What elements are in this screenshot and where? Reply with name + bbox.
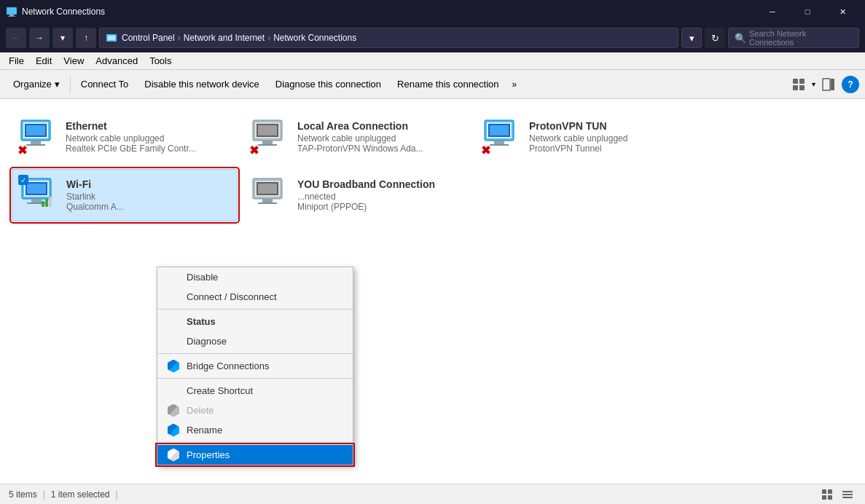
minimize-button[interactable]: ─ xyxy=(756,0,789,23)
network-item-local-area[interactable]: ✖ Local Area Connection Network cable un… xyxy=(243,111,469,163)
refresh-button[interactable]: ↻ xyxy=(705,28,725,48)
ctx-delete-label: Delete xyxy=(187,405,214,416)
protonvpn-icon-container: ✖ xyxy=(481,117,522,157)
up-button[interactable]: ↑ xyxy=(76,28,96,48)
svg-rect-31 xyxy=(31,199,42,202)
svg-rect-4 xyxy=(108,36,115,40)
ctx-separator-2 xyxy=(157,353,353,354)
path-part2: Network and Internet xyxy=(184,33,265,43)
ctx-delete: Delete xyxy=(157,401,353,420)
local-area-info: Local Area Connection Network cable unpl… xyxy=(297,120,463,154)
protonvpn-desc1: Network cable unplugged xyxy=(529,133,695,143)
forward-button[interactable]: → xyxy=(29,28,50,48)
ctx-status[interactable]: Status xyxy=(157,312,353,331)
local-area-name: Local Area Connection xyxy=(297,120,463,132)
address-dropdown[interactable]: ▾ xyxy=(681,28,702,48)
pane-button[interactable] xyxy=(818,74,839,95)
ethernet-icon-container: ✖ xyxy=(17,117,58,157)
ctx-properties[interactable]: Properties xyxy=(157,445,353,465)
address-bar: ← → ▾ ↑ Control Panel › Network and Inte… xyxy=(0,23,865,52)
ctx-disable[interactable]: Disable xyxy=(157,267,353,287)
ctx-separator-3 xyxy=(157,378,353,379)
disable-device-label: Disable this network device xyxy=(144,79,259,90)
menu-advanced[interactable]: Advanced xyxy=(90,54,144,68)
wifi-info: Wi-Fi Starlink Qualcomm A... xyxy=(66,178,231,212)
toolbar-separator-1 xyxy=(70,76,71,93)
ctx-separator-1 xyxy=(157,309,353,310)
svg-rect-6 xyxy=(799,79,805,84)
you-broadband-desc2: Miniport (PPPOE) xyxy=(297,202,463,212)
ctx-diagnose[interactable]: Diagnose xyxy=(157,331,353,351)
window-title: Network Connections xyxy=(22,7,756,17)
diagnose-button[interactable]: Diagnose this connection xyxy=(268,73,388,96)
rename-button[interactable]: Rename this connection xyxy=(390,73,506,96)
maximize-button[interactable]: □ xyxy=(791,0,824,23)
change-view-button[interactable] xyxy=(788,74,809,95)
you-broadband-desc1: ...nnected xyxy=(297,192,463,202)
svg-rect-26 xyxy=(490,144,509,146)
local-area-desc1: Network cable unplugged xyxy=(297,133,463,143)
menu-tools[interactable]: Tools xyxy=(144,54,177,68)
status-bar: 5 items | 1 item selected | xyxy=(0,484,865,504)
window-controls: ─ □ ✕ xyxy=(756,0,859,23)
ctx-connect-disconnect[interactable]: Connect / Disconnect xyxy=(157,287,353,307)
wifi-desc1: Starlink xyxy=(66,192,231,202)
view-arrow[interactable]: ▾ xyxy=(812,80,815,88)
svg-rect-2 xyxy=(8,16,15,17)
ctx-rename[interactable]: Rename xyxy=(157,420,353,440)
more-button[interactable]: » xyxy=(508,73,522,96)
ctx-properties-label: Properties xyxy=(187,449,230,460)
ctx-bridge[interactable]: Bridge Connections xyxy=(157,356,353,376)
svg-rect-47 xyxy=(822,495,826,500)
network-item-wifi[interactable]: ✓ Wi-Fi Starlink Qualcomm A... xyxy=(12,169,238,221)
svg-rect-37 xyxy=(49,197,52,207)
path-part1: Control Panel xyxy=(122,33,175,43)
menu-file[interactable]: File xyxy=(3,54,30,68)
status-view-controls xyxy=(818,487,856,503)
svg-rect-10 xyxy=(831,79,834,90)
svg-rect-50 xyxy=(842,494,853,495)
context-menu: Disable Connect / Disconnect Status Diag… xyxy=(157,267,353,465)
rename-label: Rename this connection xyxy=(397,79,498,90)
connect-to-button[interactable]: Connect To xyxy=(74,73,136,96)
status-view-list[interactable] xyxy=(839,487,856,503)
organize-button[interactable]: Organize ▾ xyxy=(6,73,67,96)
ctx-shortcut-label: Create Shortcut xyxy=(187,385,253,396)
ethernet-desc2: Realtek PCIe GbE Family Contr... xyxy=(66,143,232,154)
svg-rect-48 xyxy=(828,495,832,500)
svg-rect-25 xyxy=(494,141,504,144)
ctx-shortcut[interactable]: Create Shortcut xyxy=(157,381,353,401)
svg-rect-1 xyxy=(9,15,14,16)
properties-shield-icon xyxy=(166,448,181,462)
ethernet-error-icon: ✖ xyxy=(17,143,27,157)
svg-rect-5 xyxy=(793,79,798,84)
back-button[interactable]: ← xyxy=(6,28,26,48)
svg-rect-0 xyxy=(7,7,17,15)
network-item-protonvpn[interactable]: ✖ ProtonVPN TUN Network cable unplugged … xyxy=(475,111,701,163)
selected-count: 1 item selected xyxy=(51,489,110,500)
title-bar: Network Connections ─ □ ✕ xyxy=(0,0,865,23)
menu-view[interactable]: View xyxy=(58,54,90,68)
recent-button[interactable]: ▾ xyxy=(52,28,73,48)
address-path[interactable]: Control Panel › Network and Internet › N… xyxy=(99,28,678,48)
svg-rect-40 xyxy=(262,199,273,202)
help-button[interactable]: ? xyxy=(842,76,859,93)
search-placeholder: Search Network Connections xyxy=(749,29,853,47)
network-item-you-broadband[interactable]: YOU Broadband Connection ...nnected Mini… xyxy=(243,169,469,221)
path-part3: Network Connections xyxy=(273,33,356,43)
svg-rect-20 xyxy=(258,144,277,146)
you-broadband-icon-container xyxy=(249,175,290,216)
network-item-ethernet[interactable]: ✖ Ethernet Network cable unplugged Realt… xyxy=(12,111,238,163)
search-icon: 🔍 xyxy=(735,33,746,44)
delete-shield-icon xyxy=(166,403,181,418)
ctx-separator-4 xyxy=(157,442,353,443)
you-broadband-name: YOU Broadband Connection xyxy=(297,178,463,190)
ethernet-name: Ethernet xyxy=(66,120,232,132)
svg-rect-19 xyxy=(262,141,273,144)
close-button[interactable]: ✕ xyxy=(826,0,859,23)
status-view-tiles[interactable] xyxy=(818,487,836,503)
menu-edit[interactable]: Edit xyxy=(30,54,58,68)
search-box[interactable]: 🔍 Search Network Connections xyxy=(728,28,859,48)
disable-device-button[interactable]: Disable this network device xyxy=(137,73,267,96)
diagnose-label: Diagnose this connection xyxy=(275,79,381,90)
